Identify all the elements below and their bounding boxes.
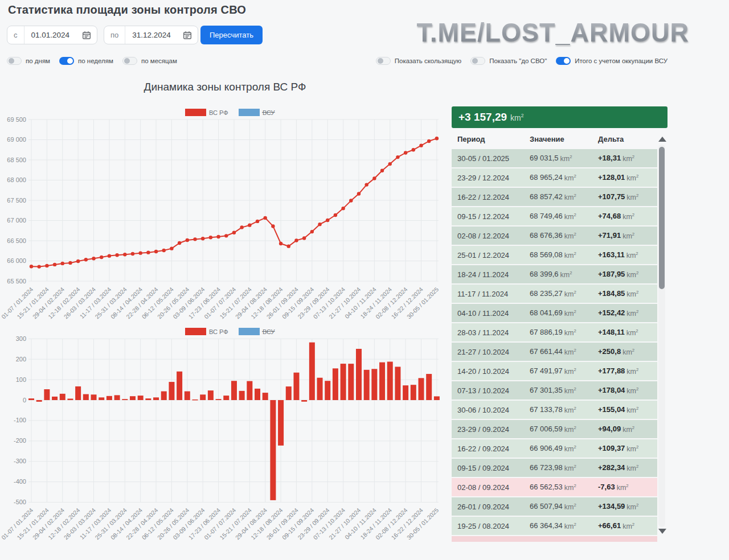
- delta-bar: [426, 374, 432, 400]
- toggle-switch-icon[interactable]: [7, 57, 22, 65]
- delta-bar: [192, 400, 198, 401]
- data-point: [279, 242, 282, 245]
- date-from-group: с: [7, 26, 97, 44]
- cell-value: 67 006,59km2: [530, 425, 598, 433]
- data-point: [170, 246, 173, 250]
- scrollbar-thumb[interactable]: [659, 147, 665, 289]
- toggle-switch-icon[interactable]: [376, 57, 391, 65]
- table-row: 02-08 / 12.202468 676,36km2+71,91km2: [452, 227, 657, 245]
- delta-bar: [387, 362, 393, 400]
- unit-label: km2: [626, 445, 638, 453]
- delta-bar: [395, 367, 400, 400]
- delta-bar: [255, 389, 260, 400]
- recalculate-button[interactable]: Пересчитать: [200, 26, 263, 44]
- cell-value: 68 569,08km2: [530, 250, 598, 259]
- toggle-knob: [564, 58, 570, 64]
- cell-delta: +163,11km2: [598, 250, 657, 259]
- cell-period: 23-29 / 09.2024: [457, 425, 530, 434]
- column-value: Значение: [530, 135, 598, 143]
- y-tick-label: -300: [14, 458, 26, 464]
- toggle-switch-icon[interactable]: [122, 57, 137, 65]
- table-row: 25-01 / 12.202468 569,08km2+163,11km2: [452, 246, 657, 264]
- cell-delta: +109,37km2: [598, 444, 657, 452]
- date-to-input[interactable]: [125, 31, 181, 39]
- toggle-granularity-2[interactable]: по месяцам: [122, 57, 177, 65]
- unit-label: km2: [564, 484, 576, 492]
- cell-delta: +184,85km2: [598, 289, 657, 298]
- legend-swatch-ВСУ[interactable]: [239, 109, 260, 116]
- table-row: 30-06 / 10.202467 133,78km2+155,04km2: [452, 401, 657, 419]
- delta-bar: [278, 400, 284, 446]
- table-row: 09-15 / 09.202466 723,98km2+282,34km2: [452, 459, 657, 477]
- cell-value: 68 041,69km2: [530, 308, 598, 317]
- unit-label: km2: [622, 348, 634, 356]
- y-tick-label: 69 500: [7, 116, 26, 123]
- toggle-display-0[interactable]: Показать скользящую: [376, 57, 461, 65]
- toggle-label: Показать скользящую: [395, 57, 461, 64]
- cell-delta: +18,31km2: [598, 154, 657, 162]
- display-option-toggles: Показать скользящуюПоказать "до СВО"Итог…: [376, 57, 667, 65]
- delta-bar: [434, 396, 440, 400]
- date-from-input[interactable]: [24, 31, 80, 39]
- unit-label: km2: [626, 252, 638, 260]
- legend-swatch-ВС РФ[interactable]: [185, 109, 206, 116]
- data-point: [45, 264, 48, 267]
- cell-value: 69 031,5km2: [530, 154, 598, 162]
- toggle-switch-icon[interactable]: [470, 57, 485, 65]
- unit-label: km2: [564, 310, 576, 318]
- delta-bar: [67, 398, 73, 400]
- cell-period: 04-10 / 11.2024: [457, 309, 530, 318]
- toggle-display-1[interactable]: Показать "до СВО": [470, 57, 547, 65]
- data-point: [357, 192, 361, 195]
- calendar-icon[interactable]: [80, 29, 93, 42]
- cell-value: 66 562,53km2: [530, 483, 598, 491]
- toggle-switch-icon[interactable]: [59, 57, 74, 65]
- unit-label: km2: [564, 232, 576, 240]
- cell-period: 09-15 / 09.2024: [457, 464, 530, 472]
- toggle-display-2[interactable]: Итого с учетом оккупации ВСУ: [556, 57, 667, 65]
- table-row: 16-22 / 09.202466 906,49km2+109,37km2: [452, 439, 657, 458]
- data-point: [162, 249, 166, 252]
- data-point: [37, 265, 40, 268]
- unit-label: km2: [564, 522, 576, 530]
- cell-period: 30-05 / 01.2025: [457, 154, 530, 163]
- column-period: Период: [457, 135, 530, 143]
- delta-bar: [60, 394, 65, 400]
- table-row: 21-27 / 10.202467 661,44km2+250,8km2: [452, 343, 657, 361]
- delta-bar: [169, 382, 174, 400]
- toggle-switch-icon[interactable]: [556, 57, 571, 65]
- toggle-granularity-0[interactable]: по дням: [7, 57, 50, 65]
- unit-label: km2: [622, 426, 634, 434]
- data-point: [224, 234, 228, 237]
- toggle-granularity-1[interactable]: по неделям: [59, 57, 113, 65]
- unit-label: km2: [626, 174, 638, 182]
- delta-bar: [75, 386, 81, 400]
- data-point: [53, 263, 56, 266]
- unit-label: km2: [564, 252, 576, 260]
- data-point: [380, 169, 384, 172]
- cell-value: 68 235,27km2: [530, 289, 598, 298]
- toggle-knob: [67, 58, 73, 64]
- y-tick-label: -400: [14, 478, 26, 485]
- data-point: [61, 262, 64, 265]
- legend-swatch-ВСУ[interactable]: [239, 328, 260, 335]
- date-from-label: с: [7, 26, 24, 44]
- scroll-up-icon[interactable]: [658, 137, 666, 142]
- table-row: 23-29 / 12.202468 965,24km2+128,01km2: [452, 168, 657, 187]
- cell-value: 66 906,49km2: [530, 444, 598, 452]
- unit-label: km2: [564, 213, 576, 221]
- cell-value: 68 399,6km2: [530, 270, 598, 278]
- cell-period: 25-01 / 12.2024: [457, 251, 530, 260]
- legend-label[interactable]: ВС РФ: [209, 109, 228, 116]
- unit-label: km2: [564, 464, 576, 472]
- calendar-icon[interactable]: [181, 29, 194, 42]
- legend-label[interactable]: ВС РФ: [209, 328, 228, 335]
- unit-label: km2: [564, 290, 576, 298]
- cell-delta: +107,75km2: [598, 192, 657, 201]
- y-tick-label: 65 500: [7, 278, 26, 285]
- scroll-down-icon[interactable]: [658, 529, 666, 534]
- delta-bar: [263, 393, 268, 400]
- data-point: [404, 151, 407, 154]
- legend-swatch-ВС РФ[interactable]: [185, 328, 206, 335]
- delta-bar: [309, 343, 315, 400]
